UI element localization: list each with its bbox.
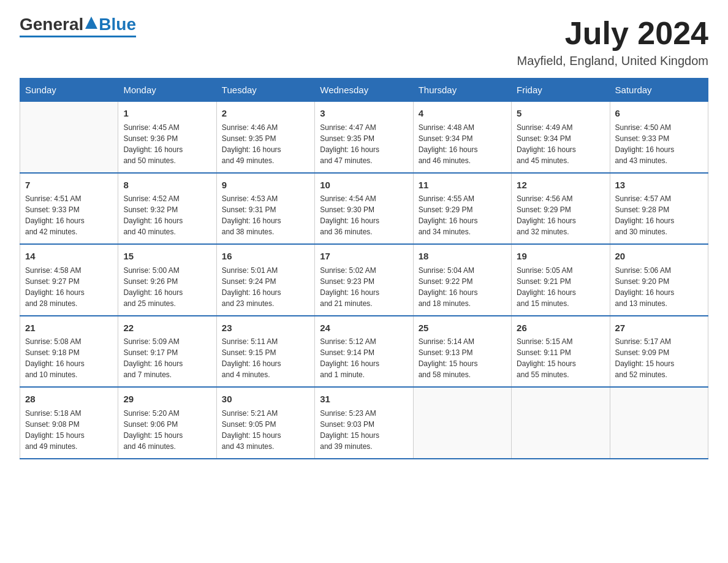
- day-info: Sunrise: 5:17 AM Sunset: 9:09 PM Dayligh…: [615, 336, 703, 380]
- weekday-header-sunday: Sunday: [20, 79, 118, 102]
- page-header: General Blue July 2024 Mayfield, England…: [20, 15, 708, 68]
- day-number: 21: [25, 321, 113, 335]
- day-cell: 6Sunrise: 4:50 AM Sunset: 9:33 PM Daylig…: [610, 102, 708, 173]
- logo-general-text: General: [20, 15, 83, 34]
- day-cell: 12Sunrise: 4:56 AM Sunset: 9:29 PM Dayli…: [512, 173, 610, 245]
- week-row-1: 1Sunrise: 4:45 AM Sunset: 9:36 PM Daylig…: [20, 102, 708, 173]
- day-info: Sunrise: 5:18 AM Sunset: 9:08 PM Dayligh…: [25, 408, 113, 452]
- day-cell: 27Sunrise: 5:17 AM Sunset: 9:09 PM Dayli…: [610, 316, 708, 388]
- day-number: 26: [517, 321, 604, 335]
- triangle-svg: [85, 17, 97, 30]
- month-title: July 2024: [517, 15, 708, 52]
- day-info: Sunrise: 5:00 AM Sunset: 9:26 PM Dayligh…: [123, 265, 211, 309]
- day-cell: 7Sunrise: 4:51 AM Sunset: 9:33 PM Daylig…: [20, 173, 118, 245]
- day-info: Sunrise: 5:23 AM Sunset: 9:03 PM Dayligh…: [320, 408, 408, 452]
- weekday-header-monday: Monday: [118, 79, 216, 102]
- day-info: Sunrise: 4:48 AM Sunset: 9:34 PM Dayligh…: [419, 122, 506, 166]
- weekday-header-thursday: Thursday: [413, 79, 511, 102]
- week-row-4: 21Sunrise: 5:08 AM Sunset: 9:18 PM Dayli…: [20, 316, 708, 388]
- day-info: Sunrise: 4:51 AM Sunset: 9:33 PM Dayligh…: [25, 193, 113, 237]
- day-cell: 3Sunrise: 4:47 AM Sunset: 9:35 PM Daylig…: [315, 102, 413, 173]
- day-cell: 1Sunrise: 4:45 AM Sunset: 9:36 PM Daylig…: [118, 102, 216, 173]
- day-cell: 30Sunrise: 5:21 AM Sunset: 9:05 PM Dayli…: [216, 387, 314, 459]
- day-info: Sunrise: 5:20 AM Sunset: 9:06 PM Dayligh…: [123, 408, 211, 452]
- day-info: Sunrise: 5:02 AM Sunset: 9:23 PM Dayligh…: [320, 265, 408, 309]
- weekday-header-friday: Friday: [512, 79, 610, 102]
- day-info: Sunrise: 4:50 AM Sunset: 9:33 PM Dayligh…: [615, 122, 703, 166]
- title-block: July 2024 Mayfield, England, United King…: [517, 15, 708, 68]
- day-info: Sunrise: 5:15 AM Sunset: 9:11 PM Dayligh…: [517, 336, 604, 380]
- day-cell: 26Sunrise: 5:15 AM Sunset: 9:11 PM Dayli…: [512, 316, 610, 388]
- day-info: Sunrise: 5:11 AM Sunset: 9:15 PM Dayligh…: [222, 336, 309, 380]
- day-cell: 20Sunrise: 5:06 AM Sunset: 9:20 PM Dayli…: [610, 244, 708, 316]
- day-info: Sunrise: 4:53 AM Sunset: 9:31 PM Dayligh…: [222, 193, 309, 237]
- day-number: 13: [615, 178, 703, 193]
- day-info: Sunrise: 5:04 AM Sunset: 9:22 PM Dayligh…: [419, 265, 506, 309]
- day-cell: 10Sunrise: 4:54 AM Sunset: 9:30 PM Dayli…: [315, 173, 413, 245]
- day-number: 24: [320, 321, 408, 335]
- day-number: 16: [222, 250, 309, 264]
- day-info: Sunrise: 5:21 AM Sunset: 9:05 PM Dayligh…: [222, 408, 309, 452]
- day-cell: 11Sunrise: 4:55 AM Sunset: 9:29 PM Dayli…: [413, 173, 511, 245]
- day-number: 31: [320, 393, 408, 407]
- day-cell: 17Sunrise: 5:02 AM Sunset: 9:23 PM Dayli…: [315, 244, 413, 316]
- day-cell: 2Sunrise: 4:46 AM Sunset: 9:35 PM Daylig…: [216, 102, 314, 173]
- day-info: Sunrise: 5:09 AM Sunset: 9:17 PM Dayligh…: [123, 336, 211, 380]
- day-cell: 4Sunrise: 4:48 AM Sunset: 9:34 PM Daylig…: [413, 102, 511, 173]
- day-number: 6: [615, 107, 703, 121]
- day-info: Sunrise: 4:55 AM Sunset: 9:29 PM Dayligh…: [419, 193, 506, 237]
- weekday-header-saturday: Saturday: [610, 79, 708, 102]
- day-cell: [512, 387, 610, 459]
- day-number: 1: [123, 107, 211, 121]
- day-number: 7: [25, 178, 113, 193]
- day-cell: 16Sunrise: 5:01 AM Sunset: 9:24 PM Dayli…: [216, 244, 314, 316]
- day-number: 30: [222, 393, 309, 407]
- day-info: Sunrise: 4:49 AM Sunset: 9:34 PM Dayligh…: [517, 122, 604, 166]
- day-number: 9: [222, 178, 309, 193]
- logo-underline: [20, 36, 136, 37]
- day-cell: 13Sunrise: 4:57 AM Sunset: 9:28 PM Dayli…: [610, 173, 708, 245]
- day-info: Sunrise: 5:14 AM Sunset: 9:13 PM Dayligh…: [419, 336, 506, 380]
- day-number: 19: [517, 250, 604, 264]
- day-number: 3: [320, 107, 408, 121]
- day-number: 14: [25, 250, 113, 264]
- day-number: 4: [419, 107, 506, 121]
- day-cell: 28Sunrise: 5:18 AM Sunset: 9:08 PM Dayli…: [20, 387, 118, 459]
- day-number: 27: [615, 321, 703, 335]
- day-number: 28: [25, 393, 113, 407]
- day-number: 8: [123, 178, 211, 193]
- day-info: Sunrise: 4:45 AM Sunset: 9:36 PM Dayligh…: [123, 122, 211, 166]
- weekday-header-tuesday: Tuesday: [216, 79, 314, 102]
- day-cell: 21Sunrise: 5:08 AM Sunset: 9:18 PM Dayli…: [20, 316, 118, 388]
- day-number: 2: [222, 107, 309, 121]
- day-info: Sunrise: 5:05 AM Sunset: 9:21 PM Dayligh…: [517, 265, 604, 309]
- day-info: Sunrise: 4:57 AM Sunset: 9:28 PM Dayligh…: [615, 193, 703, 237]
- day-cell: 22Sunrise: 5:09 AM Sunset: 9:17 PM Dayli…: [118, 316, 216, 388]
- day-info: Sunrise: 4:52 AM Sunset: 9:32 PM Dayligh…: [123, 193, 211, 237]
- weekday-header-row: SundayMondayTuesdayWednesdayThursdayFrid…: [20, 79, 708, 102]
- day-info: Sunrise: 5:12 AM Sunset: 9:14 PM Dayligh…: [320, 336, 408, 380]
- day-cell: 19Sunrise: 5:05 AM Sunset: 9:21 PM Dayli…: [512, 244, 610, 316]
- weekday-header-wednesday: Wednesday: [315, 79, 413, 102]
- day-number: 22: [123, 321, 211, 335]
- day-cell: 5Sunrise: 4:49 AM Sunset: 9:34 PM Daylig…: [512, 102, 610, 173]
- day-cell: 24Sunrise: 5:12 AM Sunset: 9:14 PM Dayli…: [315, 316, 413, 388]
- day-cell: 31Sunrise: 5:23 AM Sunset: 9:03 PM Dayli…: [315, 387, 413, 459]
- logo-blue-text: Blue: [99, 15, 136, 34]
- day-info: Sunrise: 4:58 AM Sunset: 9:27 PM Dayligh…: [25, 265, 113, 309]
- svg-marker-0: [85, 17, 97, 29]
- day-info: Sunrise: 5:06 AM Sunset: 9:20 PM Dayligh…: [615, 265, 703, 309]
- day-number: 5: [517, 107, 604, 121]
- day-cell: 14Sunrise: 4:58 AM Sunset: 9:27 PM Dayli…: [20, 244, 118, 316]
- logo-triangle-icon: [85, 15, 97, 34]
- day-info: Sunrise: 5:08 AM Sunset: 9:18 PM Dayligh…: [25, 336, 113, 380]
- day-number: 25: [419, 321, 506, 335]
- week-row-2: 7Sunrise: 4:51 AM Sunset: 9:33 PM Daylig…: [20, 173, 708, 245]
- day-info: Sunrise: 4:46 AM Sunset: 9:35 PM Dayligh…: [222, 122, 309, 166]
- day-number: 10: [320, 178, 408, 193]
- day-cell: [20, 102, 118, 173]
- day-cell: [610, 387, 708, 459]
- week-row-3: 14Sunrise: 4:58 AM Sunset: 9:27 PM Dayli…: [20, 244, 708, 316]
- day-info: Sunrise: 4:54 AM Sunset: 9:30 PM Dayligh…: [320, 193, 408, 237]
- day-cell: 25Sunrise: 5:14 AM Sunset: 9:13 PM Dayli…: [413, 316, 511, 388]
